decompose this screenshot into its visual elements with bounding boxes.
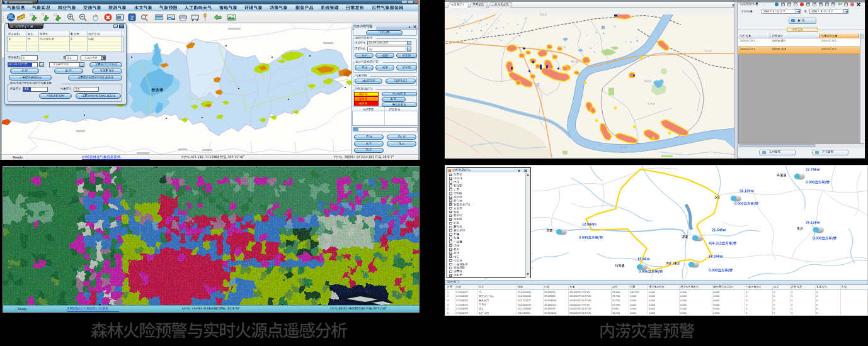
- svg-text:2: 2: [130, 14, 133, 21]
